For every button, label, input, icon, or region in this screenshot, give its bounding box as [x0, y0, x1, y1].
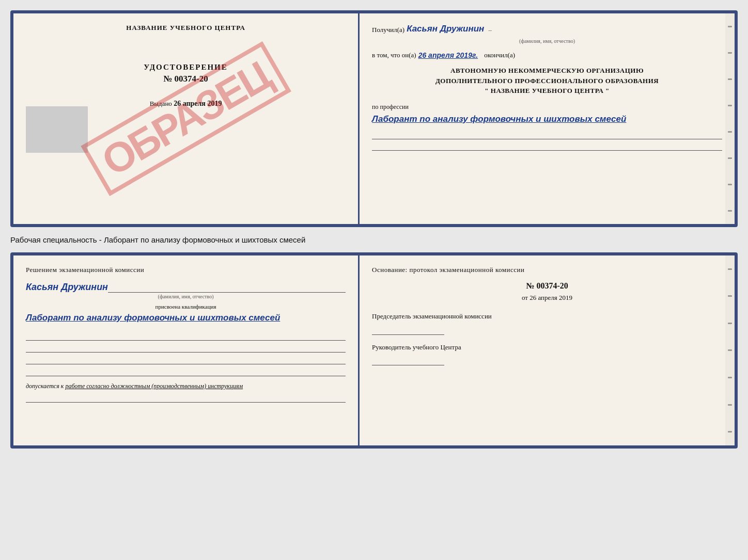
bm1 — [728, 26, 732, 27]
name-sub: (фамилия, имя, отчество) — [372, 38, 722, 44]
bm-b4 — [728, 349, 732, 351]
poluchil-name: Касьян Дружинин — [407, 24, 484, 34]
bm-b5 — [728, 377, 732, 378]
dopusk-line — [26, 393, 346, 403]
name-underline — [108, 280, 346, 293]
bm-b3 — [728, 323, 732, 324]
bm4 — [728, 105, 732, 106]
line2 — [372, 141, 722, 151]
name-sub-bottom: (фамилия, имя, отчество) — [26, 294, 346, 299]
udost-box: УДОСТОВЕРЕНИЕ № 00374-20 — [26, 63, 346, 84]
cert-title: НАЗВАНИЕ УЧЕБНОГО ЦЕНТРА — [26, 24, 346, 32]
dopusk-text: допускается к работе согласно должностны… — [26, 382, 346, 390]
bl4 — [26, 367, 346, 376]
bm2 — [728, 52, 732, 54]
poluchil-line: Получил(а) Касьян Дружинин – — [372, 24, 722, 34]
bottom-doc-left: Решением экзаменационной комиссии Касьян… — [13, 255, 360, 445]
poluchil-label: Получил(а) — [372, 26, 404, 34]
ruk-label: Руководитель учебного Центра — [372, 342, 722, 353]
section-title: Решением экзаменационной комиссии — [26, 266, 346, 274]
predsed-section: Председатель экзаменационной комиссии — [372, 311, 722, 335]
predsed-label: Председатель экзаменационной комиссии — [372, 311, 722, 322]
org-section: АВТОНОМНУЮ НЕКОММЕРЧЕСКУЮ ОРГАНИЗАЦИЮ ДО… — [372, 66, 722, 96]
vtom-label: в том, что он(а) — [372, 51, 416, 59]
bm3 — [728, 78, 732, 80]
bm-b2 — [728, 295, 732, 297]
assign-profession: Лаборант по анализу формовочных и шихтов… — [26, 312, 346, 324]
binding-marks — [725, 13, 735, 224]
profession-text: Лаборант по анализу формовочных и шихтов… — [372, 113, 722, 125]
org-line3: " НАЗВАНИЕ УЧЕБНОГО ЦЕНТРА " — [372, 86, 722, 96]
right-bottom-lines — [372, 130, 722, 151]
protocol-number: № 00374-20 — [372, 281, 722, 291]
page-wrapper: НАЗВАНИЕ УЧЕБНОГО ЦЕНТРА ОБРАЗЕЦ УДОСТОВ… — [10, 10, 738, 449]
top-document: НАЗВАНИЕ УЧЕБНОГО ЦЕНТРА ОБРАЗЕЦ УДОСТОВ… — [10, 10, 738, 227]
person-name: Касьян Дружинин — [26, 282, 108, 293]
dopusk-label: допускается к — [26, 382, 64, 390]
okonchil-label: окончил(а) — [484, 51, 515, 59]
bm-b1 — [728, 268, 732, 270]
profession-label: по профессии — [372, 103, 722, 111]
udost-label: УДОСТОВЕРЕНИЕ — [26, 63, 346, 72]
org-line1: АВТОНОМНУЮ НЕКОММЕРЧЕСКУЮ ОРГАНИЗАЦИЮ — [372, 66, 722, 76]
bm7 — [728, 184, 732, 185]
top-doc-left: НАЗВАНИЕ УЧЕБНОГО ЦЕНТРА ОБРАЗЕЦ УДОСТОВ… — [13, 13, 360, 224]
binding-marks-bottom — [725, 255, 735, 445]
middle-text: Рабочая специальность - Лаборант по анал… — [10, 233, 738, 246]
name-line: Касьян Дружинин — [26, 280, 346, 293]
vydano-label: Выдано — [150, 100, 172, 107]
date-label: от — [522, 294, 528, 301]
ruk-section: Руководитель учебного Центра — [372, 342, 722, 366]
bottom-lines — [26, 331, 346, 376]
bottom-document: Решением экзаменационной комиссии Касьян… — [10, 252, 738, 449]
org-line2: ДОПОЛНИТЕЛЬНОГО ПРОФЕССИОНАЛЬНОГО ОБРАЗО… — [372, 76, 722, 86]
vydano-date: 26 апреля 2019 — [174, 100, 222, 107]
bl2 — [26, 343, 346, 353]
predsed-sign-line — [372, 325, 444, 335]
vydano: Выдано 26 апреля 2019 — [26, 100, 346, 108]
photo-placeholder — [26, 106, 88, 153]
protocol-date: от 26 апреля 2019 — [372, 294, 722, 302]
protocol-date-val: 26 апреля 2019 — [529, 294, 572, 301]
vtom-date: 26 апреля 2019г. — [418, 51, 478, 59]
bl3 — [26, 355, 346, 364]
osnov-title: Основание: протокол экзаменационной коми… — [372, 266, 722, 274]
bm-b7 — [728, 431, 732, 433]
top-doc-right: Получил(а) Касьян Дружинин – (фамилия, и… — [360, 13, 735, 224]
line1 — [372, 130, 722, 139]
bm6 — [728, 157, 732, 159]
bl1 — [26, 331, 346, 341]
dopusk-value: работе согласно должностным (производств… — [65, 382, 243, 390]
bm5 — [728, 131, 732, 133]
ruk-sign-line — [372, 355, 444, 365]
vtom-line: в том, что он(а) 26 апреля 2019г. окончи… — [372, 51, 722, 59]
bm8 — [728, 210, 732, 212]
cert-number: № 00374-20 — [26, 74, 346, 84]
assign-label: присвоена квалификация — [26, 303, 346, 310]
bm-b6 — [728, 404, 732, 406]
bottom-doc-right: Основание: протокол экзаменационной коми… — [360, 255, 735, 445]
